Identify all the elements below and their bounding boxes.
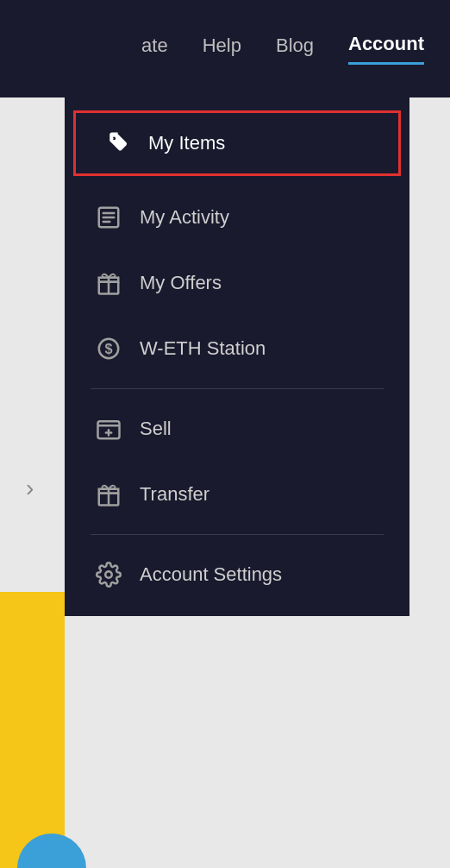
menu-item-my-activity-label: My Activity [140, 206, 229, 229]
tag-icon [103, 129, 131, 157]
divider-2 [91, 534, 384, 535]
menu-item-transfer-label: Transfer [140, 483, 209, 506]
menu-item-sell[interactable]: Sell [65, 396, 409, 462]
transfer-icon [95, 481, 122, 508]
nav-item-help[interactable]: Help [203, 35, 241, 64]
svg-point-11 [105, 571, 112, 578]
dollar-circle-icon: $ [95, 335, 122, 362]
menu-item-sell-label: Sell [140, 418, 172, 440]
menu-item-weth-station[interactable]: $ W-ETH Station [65, 316, 409, 381]
menu-item-account-settings-label: Account Settings [140, 563, 282, 586]
menu-item-transfer[interactable]: Transfer [65, 462, 409, 527]
menu-item-my-items[interactable]: My Items [73, 110, 401, 176]
menu-item-weth-station-label: W-ETH Station [140, 337, 266, 360]
nav-item-account[interactable]: Account [348, 33, 424, 65]
gift-icon [95, 269, 122, 297]
nav-item-blog[interactable]: Blog [276, 35, 314, 64]
nav-item-ate[interactable]: ate [141, 35, 168, 64]
account-dropdown: My Items My Activity My Offers [65, 97, 409, 616]
list-icon [95, 204, 122, 231]
menu-item-my-activity[interactable]: My Activity [65, 185, 409, 250]
navbar: ate Help Blog Account [0, 0, 450, 97]
yellow-bar [0, 592, 65, 868]
divider-1 [91, 388, 384, 389]
menu-item-my-offers-label: My Offers [140, 272, 222, 294]
gear-icon [95, 561, 122, 588]
menu-item-my-offers[interactable]: My Offers [65, 250, 409, 316]
svg-text:$: $ [104, 341, 112, 356]
bg-chevron: › [26, 475, 34, 502]
plus-folder-icon [95, 415, 122, 443]
menu-item-my-items-label: My Items [148, 132, 225, 154]
menu-item-account-settings[interactable]: Account Settings [65, 542, 409, 607]
